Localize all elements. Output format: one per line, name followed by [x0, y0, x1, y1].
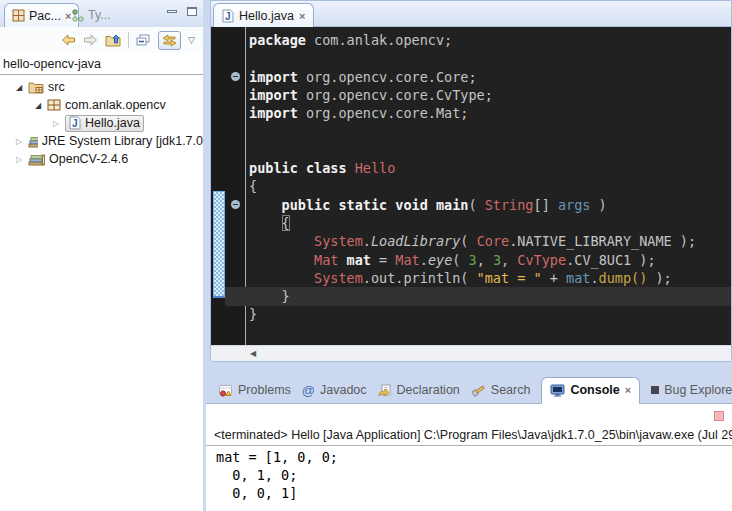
tab-problems[interactable]: Problems — [218, 383, 291, 397]
tab-label: Problems — [238, 383, 291, 397]
collapse-all-button[interactable] — [136, 34, 151, 47]
expand-arrow-icon[interactable]: ◢ — [14, 83, 24, 92]
scroll-left-icon[interactable]: ◀ — [250, 349, 256, 358]
console-output-line: 0, 1, 0; — [216, 466, 732, 484]
console-separator — [206, 445, 732, 446]
bug-explorer-icon — [651, 386, 659, 394]
tab-label: Console — [570, 383, 619, 397]
tree-item-opencv-library[interactable]: ▷ OpenCV-2.4.6 — [0, 150, 203, 168]
code-line[interactable]: System.out.println( "mat = " + mat.dump(… — [249, 269, 731, 287]
code-line[interactable]: } — [249, 287, 731, 305]
tab-type-hierarchy[interactable]: Ty... — [64, 3, 118, 27]
library-icon — [28, 135, 38, 148]
tree-item-src[interactable]: ◢ src — [0, 78, 203, 96]
project-tree: hello-opencv-java ◢ src ◢ com.anlak.open… — [0, 53, 203, 168]
console-status-line: <terminated> Hello [Java Application] C:… — [214, 428, 732, 442]
type-hierarchy-icon — [71, 9, 84, 22]
back-arrow-icon — [61, 34, 76, 46]
collapse-all-icon — [136, 34, 151, 47]
package-icon — [47, 99, 61, 111]
svg-text:J: J — [72, 118, 78, 129]
console-output-line: 0, 0, 1] — [216, 484, 732, 502]
console-output[interactable]: mat = [1, 0, 0; 0, 1, 0; 0, 0, 1] — [216, 448, 732, 502]
view-window-buttons — [167, 7, 197, 16]
tab-label: Declaration — [397, 383, 460, 397]
collapse-arrow-icon[interactable]: ▷ — [51, 119, 61, 128]
code-line[interactable]: import org.opencv.core.Core; — [249, 68, 731, 86]
console-view: <terminated> Hello [Java Application] C:… — [206, 404, 732, 511]
tree-item-jre-library[interactable]: ▷ JRE System Library [jdk1.7.0 — [0, 132, 203, 150]
fold-collapse-icon[interactable] — [231, 72, 240, 81]
console-output-line: mat = [1, 0, 0; — [216, 448, 732, 466]
java-file-icon: J — [69, 116, 81, 130]
project-root[interactable]: hello-opencv-java — [0, 55, 203, 75]
tree-item-label: JRE System Library [jdk1.7.0 — [42, 134, 203, 148]
tab-label: Javadoc — [320, 383, 367, 397]
forward-arrow-icon — [83, 34, 98, 46]
horizontal-scrollbar[interactable]: ◀ — [211, 345, 731, 361]
forward-button[interactable] — [83, 34, 98, 46]
svg-text:J: J — [225, 11, 231, 22]
editor-tabbar: J Hello.java × — [211, 1, 731, 27]
tree-item-hello-java[interactable]: ▷ J Hello.java — [0, 114, 203, 132]
code-line[interactable]: package com.anlak.opencv; — [249, 31, 731, 49]
tab-hello-java[interactable]: J Hello.java × — [213, 3, 314, 27]
folder-up-icon — [105, 34, 121, 47]
link-with-editor-icon — [162, 34, 177, 47]
library-icon — [28, 153, 45, 166]
tree-item-label: com.anlak.opencv — [65, 98, 166, 112]
code-line[interactable] — [249, 49, 731, 67]
range-indicator — [213, 191, 225, 298]
back-button[interactable] — [61, 34, 76, 46]
code-editor[interactable]: package com.anlak.opencv;import org.open… — [211, 27, 731, 345]
declaration-icon — [378, 384, 392, 397]
bottom-tabbar: Problems @ Javadoc Declaration Search — [206, 377, 732, 404]
tab-bug-explorer[interactable]: Bug Explorer — [651, 383, 732, 397]
code-line[interactable] — [249, 122, 731, 140]
close-icon[interactable]: × — [299, 10, 305, 22]
code-line[interactable]: import org.opencv.core.CvType; — [249, 86, 731, 104]
code-line[interactable]: } — [249, 305, 731, 323]
terminate-button[interactable] — [714, 411, 724, 421]
tab-label: Search — [491, 383, 531, 397]
package-explorer-tabbar: Pac... × Ty... — [0, 0, 203, 27]
minimize-button[interactable] — [167, 10, 177, 13]
source-folder-icon — [28, 81, 44, 94]
tree-item-label: OpenCV-2.4.6 — [49, 152, 128, 166]
code-line[interactable]: public class Hello — [249, 159, 731, 177]
up-button[interactable] — [105, 34, 121, 47]
code-line[interactable]: Mat mat = Mat.eye( 3, 3, CvType.CV_8UC1 … — [249, 251, 731, 269]
selected-item-highlight[interactable]: J Hello.java — [65, 115, 144, 132]
expand-arrow-icon[interactable]: ◢ — [33, 101, 43, 110]
code-text[interactable]: package com.anlak.opencv;import org.open… — [249, 31, 731, 324]
tab-declaration[interactable]: Declaration — [378, 383, 460, 397]
problems-icon — [218, 384, 233, 397]
tab-console[interactable]: Console × — [541, 377, 640, 404]
package-explorer-icon — [12, 9, 25, 22]
code-line[interactable]: import org.opencv.core.Mat; — [249, 104, 731, 122]
tree-item-package[interactable]: ◢ com.anlak.opencv — [0, 96, 203, 114]
collapse-arrow-icon[interactable]: ▷ — [14, 137, 24, 146]
editor-tab-label: Hello.java — [239, 9, 294, 23]
link-with-editor-button[interactable] — [158, 31, 181, 50]
search-flashlight-icon — [471, 384, 486, 397]
tree-item-label: src — [48, 80, 65, 94]
toolbar-separator — [128, 32, 129, 48]
package-explorer-toolbar: ▽ — [0, 27, 203, 53]
code-line[interactable] — [249, 141, 731, 159]
code-line[interactable]: { — [249, 214, 731, 232]
maximize-button[interactable] — [187, 7, 197, 16]
code-line[interactable]: System.LoadLibrary( Core.NATIVE_LIBRARY_… — [249, 232, 731, 250]
tab-search[interactable]: Search — [471, 383, 531, 397]
tab-javadoc[interactable]: @ Javadoc — [302, 383, 367, 398]
code-line[interactable]: { — [249, 177, 731, 195]
fold-collapse-icon[interactable] — [231, 200, 240, 209]
package-explorer-panel: Pac... × Ty... — [0, 0, 203, 511]
editor-part: J Hello.java × package com.anlak.opencv;… — [210, 0, 732, 362]
tab-type-hierarchy-label: Ty... — [88, 8, 111, 22]
close-icon[interactable]: × — [625, 384, 631, 396]
tab-label: Bug Explorer — [664, 383, 732, 397]
code-line[interactable]: public static void main( String[] args ) — [249, 196, 731, 214]
collapse-arrow-icon[interactable]: ▷ — [14, 155, 24, 164]
view-menu-button[interactable]: ▽ — [188, 35, 195, 45]
